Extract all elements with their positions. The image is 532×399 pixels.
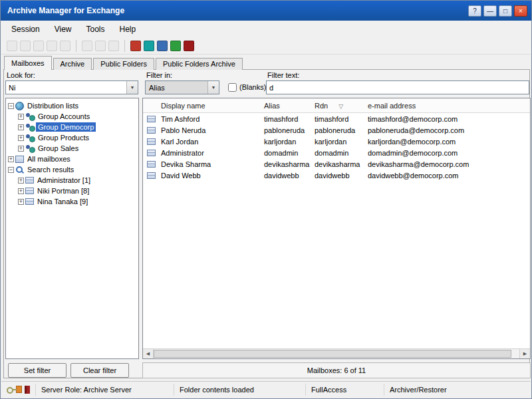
mailbox-icon [147,172,156,179]
table-row-devika-sharma[interactable]: Devika Sharmadevikasharmadevikasharmadev… [143,158,530,170]
cell-alias: davidwebb [263,172,313,180]
server-role-status: Server Role: Archive Server [36,384,174,396]
cell-alias: domadmin [263,149,313,157]
menu-help[interactable]: Help [112,23,144,36]
tree-item-label: Group Products [36,133,91,142]
search-icon[interactable] [157,41,168,51]
clear-filter-button[interactable]: Clear filter [70,363,129,378]
cell-rdn: davidwebb [313,172,366,180]
minimize-button[interactable]: — [483,5,497,17]
cell-alias: pabloneruda [263,126,313,134]
cell-alias: timashford [263,115,313,123]
column-header-e-mail-address[interactable]: e-mail address [366,102,530,110]
table-row-pablo-neruda[interactable]: Pablo Nerudapablonerudapablonerudapablon… [143,124,530,136]
expand-icon[interactable]: + [18,124,24,130]
status-bar: Server Role: Archive Server Folder conte… [1,381,531,397]
filter-text-input[interactable] [267,81,529,94]
recycle-icon[interactable] [144,41,154,51]
look-for-label: Look for: [7,71,35,79]
cell-display-name: David Webb [143,172,263,180]
tree-item-group-democorp[interactable]: +Group Democorp [6,122,138,132]
collapse-icon[interactable]: − [8,167,14,173]
tree-item-group-products[interactable]: +Group Products [6,132,138,143]
export-pdf-icon[interactable] [130,41,141,51]
mailbox-count-text: Mailboxes: 6 of 11 [307,366,366,374]
mailboxes-icon [15,156,24,163]
horizontal-scrollbar[interactable]: ◀ ▶ [143,348,530,358]
mailbox-icon [25,177,34,184]
tree-item-label: Niki Portman [8] [35,186,91,196]
column-header-rdn[interactable]: Rdn▽ [313,102,366,110]
filter-text-field[interactable] [266,80,529,94]
help-button[interactable]: ? [468,5,481,17]
menu-bar: SessionViewToolsHelp [1,21,531,37]
tree-item-distribution-lists[interactable]: −Distribution lists [6,100,138,111]
table-row-karl-jordan[interactable]: Karl Jordankarljordankarljordankarljorda… [143,136,530,147]
titlebar: Archive Manager for Exchange ?—□× [1,1,531,21]
expand-icon[interactable]: + [8,156,14,162]
cell-e-mail-address: karljordan@democorp.com [366,138,530,146]
chevron-down-icon[interactable]: ▼ [126,81,138,94]
tab-public-folders-archive[interactable]: Public Folders Archive [156,58,243,70]
menu-tools[interactable]: Tools [79,23,112,36]
expand-icon[interactable]: + [18,146,24,152]
mailbox-icon [25,198,34,205]
column-header-display-name[interactable]: Display name [143,102,263,110]
menu-view[interactable]: View [47,23,79,36]
expand-icon[interactable]: + [18,188,24,194]
table-row-david-webb[interactable]: David Webbdavidwebbdavidwebbdavidwebb@de… [143,170,530,181]
tree-item-label: All mailboxes [25,154,72,164]
tree-item-search-results[interactable]: −Search results [6,164,138,175]
folder-status: Folder contents loaded [174,384,306,396]
tree-item-label: Group Accounts [36,112,92,121]
tree-item-nina-tanaka-9[interactable]: +Nina Tanaka [9] [6,196,138,207]
chevron-down-icon[interactable]: ▼ [207,81,219,94]
maximize-button[interactable]: □ [499,5,512,17]
group-icon [25,123,35,132]
tab-mailboxes[interactable]: Mailboxes [4,56,52,70]
cell-display-name: Karl Jordan [143,138,263,146]
expand-icon[interactable]: + [18,178,24,184]
expand-icon[interactable]: + [18,199,24,205]
app-window: Archive Manager for Exchange ?—□× Sessio… [0,0,532,399]
cell-rdn: pabloneruda [313,126,366,134]
menu-session[interactable]: Session [4,23,47,36]
mailbox-icon [147,138,156,145]
window-title: Archive Manager for Exchange [5,6,124,15]
scroll-left-icon[interactable]: ◀ [143,349,154,358]
look-for-combobox[interactable]: ▼ [5,80,138,94]
tree-item-group-accounts[interactable]: +Group Accounts [6,111,138,122]
tree-item-label: Distribution lists [25,101,80,110]
cell-rdn: domadmin [313,149,366,157]
tree-item-administrator-1[interactable]: +Administrator [1] [6,175,138,186]
scrollbar-thumb[interactable] [154,350,511,358]
look-for-input[interactable] [6,84,126,92]
book-icon [25,386,31,394]
cell-e-mail-address: domadmin@democorp.com [366,149,530,157]
collapse-icon[interactable]: − [8,103,14,109]
archive-icon [16,386,21,393]
tree-item-label: Group Sales [36,144,80,153]
mailbox-tree: −Distribution lists+Group Accounts+Group… [5,98,139,359]
scroll-right-icon[interactable]: ▶ [519,349,530,358]
tree-item-all-mailboxes[interactable]: +All mailboxes [6,154,138,164]
set-filter-button[interactable]: Set filter [8,363,66,378]
cell-e-mail-address: timashford@democorp.com [366,115,530,123]
filter-in-combobox[interactable]: Alias ▼ [145,80,219,94]
globe-icon[interactable] [170,41,181,51]
help-book-icon[interactable] [184,41,194,51]
table-row-administrator[interactable]: Administratordomadmindomadmindomadmin@de… [143,147,530,158]
close-button[interactable]: × [514,5,527,17]
expand-icon[interactable]: + [18,114,24,120]
toolbar [1,37,531,55]
table-row-tim-ashford[interactable]: Tim Ashfordtimashfordtimashfordtimashfor… [143,113,530,124]
expand-icon[interactable]: + [18,135,24,141]
tree-item-niki-portman-8[interactable]: +Niki Portman [8] [6,186,138,196]
tab-public-folders[interactable]: Public Folders [93,58,154,70]
tab-archive[interactable]: Archive [53,58,92,70]
blanks-checkbox[interactable] [228,83,237,92]
cell-e-mail-address: davidwebb@democorp.com [366,172,530,180]
tree-item-group-sales[interactable]: +Group Sales [6,143,138,154]
group-icon [25,134,35,142]
column-header-alias[interactable]: Alias [263,102,313,110]
